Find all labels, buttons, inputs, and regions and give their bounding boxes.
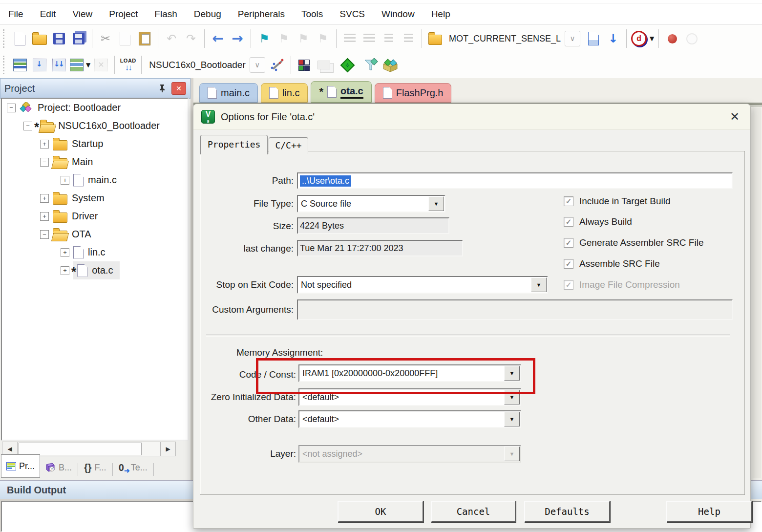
indent-button[interactable] [340, 28, 359, 49]
close-panel-button[interactable]: ✕ [171, 82, 186, 95]
scroll-right-button[interactable]: ▶ [160, 442, 176, 456]
editor-tab-main-c[interactable]: main.c [199, 83, 258, 103]
pack-installer-button[interactable] [381, 55, 400, 75]
generate-assembler-src-checkbox[interactable]: ✓ Generate Assembler SRC File [564, 237, 704, 248]
uncomment-button[interactable] [399, 28, 418, 49]
menu-project[interactable]: Project [101, 9, 146, 20]
chevron-down-icon[interactable]: ∨ [565, 31, 580, 46]
tree-item-main-c[interactable]: + main.c [2, 171, 188, 189]
pin-panel-button[interactable] [156, 82, 169, 95]
manage-project-items-button[interactable] [295, 55, 314, 75]
collapse-icon[interactable]: − [23, 122, 32, 130]
menu-peripherals[interactable]: Peripherals [230, 9, 293, 20]
lookup-button[interactable] [584, 28, 603, 49]
find-next-button[interactable]: ↓ [604, 28, 622, 49]
open-file-button[interactable] [30, 28, 49, 49]
debug-dropdown-arrow-icon[interactable]: ▼ [650, 35, 654, 42]
save-all-button[interactable] [69, 28, 88, 49]
menu-debug[interactable]: Debug [186, 9, 230, 20]
tree-item-ota-c[interactable]: + * ota.c [2, 261, 188, 279]
expand-icon[interactable]: + [61, 248, 69, 257]
tree-item-project[interactable]: − Project: Bootloader [2, 99, 188, 117]
dropdown-arrow-icon[interactable]: ▼ [504, 366, 520, 381]
file-type-combo[interactable]: C Source file ▼ [297, 195, 445, 213]
tree-item-startup[interactable]: + Startup [2, 135, 188, 153]
options-for-target-button[interactable] [268, 55, 287, 75]
batch-build-button[interactable]: ▼ [69, 55, 91, 75]
menu-flash[interactable]: Flash [146, 9, 185, 20]
tree-item-ota-group[interactable]: − OTA [2, 225, 188, 243]
translate-button[interactable] [11, 55, 29, 75]
ok-button[interactable]: OK [338, 501, 423, 522]
bookmark-next-button[interactable]: ⚑ [294, 28, 313, 49]
undo-button[interactable]: ↶ [162, 28, 181, 49]
custom-arguments-field[interactable] [297, 299, 733, 320]
navigate-forward-button[interactable]: → [228, 28, 247, 49]
stop-on-exit-combo[interactable]: Not specified ▼ [297, 276, 548, 294]
menu-svcs[interactable]: SVCS [331, 9, 373, 20]
tab-functions-view[interactable]: {} F... [79, 457, 111, 478]
menu-view[interactable]: View [64, 9, 101, 20]
redo-button[interactable]: ↷ [182, 28, 200, 49]
expand-icon[interactable]: + [40, 212, 49, 221]
path-field[interactable]: ..\User\ota.c [297, 172, 733, 189]
tab-project-view[interactable]: Pr... [1, 454, 40, 478]
outdent-button[interactable] [360, 28, 379, 49]
expand-icon[interactable]: + [61, 266, 69, 275]
expand-icon[interactable]: + [40, 140, 49, 149]
comment-button[interactable] [380, 28, 398, 49]
download-button[interactable]: LOAD ↓↓ [119, 55, 137, 75]
menu-tools[interactable]: Tools [293, 9, 331, 20]
menu-help[interactable]: Help [423, 9, 459, 20]
tab-c-cpp[interactable]: C/C++ [269, 137, 308, 154]
dropdown-arrow-icon[interactable]: ▼ [504, 412, 520, 426]
search-target-combo[interactable]: MOT_CURRENT_SENSE_L ∨ [445, 30, 580, 47]
window-layout-button[interactable] [315, 55, 333, 75]
enable-breakpoint-button[interactable] [682, 28, 701, 49]
collapse-icon[interactable]: − [40, 158, 49, 167]
dropdown-arrow-icon[interactable]: ▼ [531, 277, 547, 292]
cut-button[interactable]: ✂ [96, 28, 115, 49]
zero-initialized-data-combo[interactable]: <default> ▼ [298, 388, 521, 406]
tab-templates-view[interactable]: 0➜ Te... [114, 457, 152, 478]
manage-run-time-environment-button[interactable] [339, 55, 357, 75]
tree-item-system[interactable]: + System [2, 189, 188, 207]
collapse-icon[interactable]: − [7, 104, 16, 112]
batch-build-dropdown-icon[interactable]: ▼ [86, 62, 90, 68]
include-in-target-build-checkbox[interactable]: ✓ Include in Target Build [564, 196, 671, 207]
find-in-files-button[interactable] [426, 28, 444, 49]
insert-breakpoint-button[interactable] [663, 28, 681, 49]
defaults-button[interactable]: Defaults [524, 501, 610, 522]
debug-session-button[interactable]: d▼ [631, 28, 655, 49]
editor-vertical-scrollbar[interactable] [753, 107, 761, 478]
editor-tab-ota-c[interactable]: * ota.c [311, 81, 371, 103]
tab-properties[interactable]: Properties [200, 135, 268, 154]
assemble-src-checkbox[interactable]: ✓ Assemble SRC File [564, 258, 660, 269]
rebuild-button[interactable]: ↓↓ [50, 55, 68, 75]
collapse-icon[interactable]: − [40, 230, 49, 239]
paste-button[interactable] [135, 28, 154, 49]
always-build-checkbox[interactable]: ✓ Always Build [564, 216, 632, 227]
navigate-back-button[interactable]: ← [209, 28, 227, 49]
help-button[interactable]: Help [666, 501, 752, 522]
expand-icon[interactable]: + [61, 176, 69, 185]
menu-edit[interactable]: Edit [32, 9, 64, 20]
save-button[interactable] [50, 28, 68, 49]
build-button[interactable]: ↓ [30, 55, 49, 75]
menu-window[interactable]: Window [373, 9, 423, 20]
dialog-title-bar[interactable]: Vs Options for File 'ota.c' ✕ [193, 104, 750, 130]
other-data-combo[interactable]: <default> ▼ [298, 410, 521, 428]
dropdown-arrow-icon[interactable]: ▼ [504, 390, 520, 404]
editor-tab-lin-c[interactable]: lin.c [261, 83, 308, 103]
copy-button[interactable] [116, 28, 134, 49]
bookmark-toggle-button[interactable]: ⚑ [255, 28, 274, 49]
menu-file[interactable]: File [0, 9, 32, 20]
tree-item-target[interactable]: − * NSUC16x0_Bootloader [2, 117, 188, 135]
dialog-close-button[interactable]: ✕ [727, 110, 742, 124]
target-select-combo[interactable]: NSUC16x0_Bootloader ∨ [145, 56, 265, 74]
tab-books-view[interactable]: ? B... [40, 457, 77, 478]
code-const-combo[interactable]: IRAM1 [0x20000000-0x20000FFF] ▼ [298, 364, 521, 382]
tree-item-driver[interactable]: + Driver [2, 207, 188, 225]
bookmark-previous-button[interactable]: ⚑ [275, 28, 293, 49]
dropdown-arrow-icon[interactable]: ▼ [428, 196, 444, 211]
